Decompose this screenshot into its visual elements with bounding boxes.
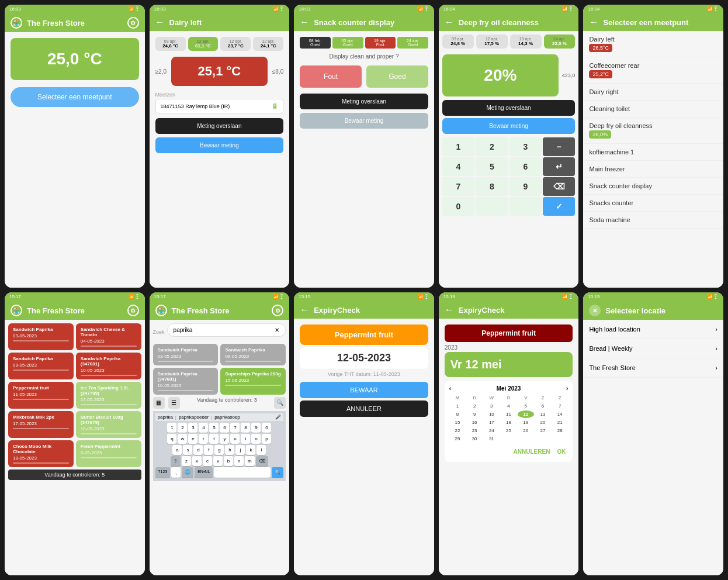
key-num-8[interactable]: 8 <box>241 423 250 433</box>
key-minus[interactable]: − <box>543 137 575 156</box>
day-11[interactable]: 11 <box>500 410 516 418</box>
day-16[interactable]: 16 <box>466 419 483 426</box>
back-icon-8[interactable]: ← <box>300 305 309 315</box>
key-5[interactable]: 5 <box>476 157 508 176</box>
day-25[interactable]: 25 <box>500 427 516 434</box>
dfry-chip-2[interactable]: 19 apr. 14,3 % <box>510 34 542 49</box>
key-0[interactable]: 0 <box>442 197 474 216</box>
day-13[interactable]: 13 <box>535 410 551 418</box>
result-2[interactable]: Sandwich Paprika (347601) 10-05-2023 <box>153 368 219 395</box>
skip-button-3[interactable]: Meting overslaan <box>300 94 428 109</box>
skip-button-4[interactable]: Meting overslaan <box>442 100 576 116</box>
key-1[interactable]: 1 <box>442 137 474 156</box>
snack-chip-0[interactable]: 08 feb. Goed <box>300 37 331 49</box>
search-box[interactable]: paprika ✕ <box>167 323 286 337</box>
expiry-item-5[interactable]: Ice Tea Sparkling 1.5L (347709) 17-05-20… <box>76 382 141 409</box>
dfry-chip-3[interactable]: 24 apr. 22,0 % <box>544 34 576 49</box>
dfry-chip-1[interactable]: 12 apr. 17,5 % <box>476 34 508 49</box>
key-num-3[interactable]: 3 <box>188 423 197 433</box>
key-f[interactable]: f <box>204 445 213 455</box>
key-comma[interactable]: , <box>171 467 181 478</box>
annuleren-button[interactable]: ANNULEREN <box>514 448 550 455</box>
list-icon[interactable]: ☰ <box>168 397 180 409</box>
key-search[interactable]: 🔍 <box>272 467 283 478</box>
meetpunt-dairy-right[interactable]: Dairy right <box>583 84 723 101</box>
day-26[interactable]: 26 <box>518 427 534 434</box>
fout-button[interactable]: Fout <box>300 65 362 88</box>
meetpunt-snack-display[interactable]: Snack counter display <box>583 178 723 195</box>
key-b[interactable]: b <box>224 456 233 466</box>
key-z[interactable]: z <box>182 456 191 466</box>
back-icon-5[interactable]: ← <box>589 17 598 27</box>
date-chip-2[interactable]: 12 apr. 23,7 °C <box>220 37 251 51</box>
annuleer-button-8[interactable]: ANNULEER <box>300 401 428 417</box>
day-21[interactable]: 21 <box>552 419 568 426</box>
day-12[interactable]: 12 <box>518 410 534 418</box>
snack-chip-1[interactable]: 03 apr. Goed <box>332 37 363 49</box>
back-icon-4[interactable]: ← <box>445 17 454 27</box>
settings-icon-6[interactable]: ⚙ <box>127 305 139 316</box>
date-chip-0[interactable]: 03 apr. 24,6 °C <box>155 37 186 51</box>
key-8[interactable]: 8 <box>476 177 508 196</box>
meetpunt-deep-fry[interactable]: Deep fry oil cleanness26,0% <box>583 118 723 144</box>
meetpunt-soda[interactable]: Soda machine <box>583 212 723 229</box>
key-y[interactable]: y <box>220 434 229 444</box>
ok-button[interactable]: OK <box>557 448 566 455</box>
key-space[interactable] <box>214 467 271 478</box>
key-6[interactable]: 6 <box>509 157 542 176</box>
result-3[interactable]: Superchips Paprika 200g 15-06-2023 <box>220 368 286 395</box>
day-17[interactable]: 17 <box>483 419 500 426</box>
day-6[interactable]: 6 <box>535 402 551 410</box>
key-l[interactable]: l <box>256 445 266 455</box>
key-k[interactable]: k <box>246 445 255 455</box>
day-30[interactable]: 30 <box>466 435 483 443</box>
save-button-4[interactable]: Bewaar meting <box>442 118 576 134</box>
key-t[interactable]: t <box>209 434 219 444</box>
expiry-item-1[interactable]: Sandwich Cheese & Tomato 04-05-2023 <box>76 323 141 350</box>
bewaar-button-8[interactable]: BEWAAR <box>300 382 428 398</box>
key-c[interactable]: c <box>203 456 212 466</box>
day-3[interactable]: 3 <box>483 402 500 410</box>
key-num-2[interactable]: 2 <box>178 423 187 433</box>
day-1[interactable]: 1 <box>449 402 466 410</box>
search-icon-small[interactable]: 🔍 <box>274 397 286 409</box>
day-31[interactable]: 31 <box>483 435 500 443</box>
key-h[interactable]: h <box>225 445 234 455</box>
key-del[interactable]: ⌫ <box>256 456 268 466</box>
key-r[interactable]: r <box>199 434 208 444</box>
key-num-4[interactable]: 4 <box>199 423 208 433</box>
next-month-icon[interactable]: › <box>566 385 568 392</box>
key-num-6[interactable]: 6 <box>220 423 229 433</box>
key-n[interactable]: n <box>234 456 244 466</box>
location-item-2[interactable]: The Fresh Store › <box>583 358 723 378</box>
day-27[interactable]: 27 <box>535 427 551 434</box>
day-15[interactable]: 15 <box>449 419 466 426</box>
mic-icon[interactable]: 🎤 <box>275 415 281 420</box>
meetpunt-koffie[interactable]: koffiemachine 1 <box>583 144 723 161</box>
key-j[interactable]: j <box>235 445 245 455</box>
day-22[interactable]: 22 <box>449 427 466 434</box>
key-e[interactable]: e <box>188 434 197 444</box>
key-s[interactable]: s <box>183 445 192 455</box>
expiry-item-2[interactable]: Sandwich Paprika 09-05-2023 <box>8 353 74 379</box>
key-num-7[interactable]: 7 <box>230 423 240 433</box>
key-globe[interactable]: 🌐 <box>182 467 193 478</box>
key-shift[interactable]: ⇧ <box>171 456 181 466</box>
expiry-item-7[interactable]: Butter Biscuit 100g (347679) 18-05-2023 <box>76 411 141 438</box>
day-5[interactable]: 5 <box>518 402 534 410</box>
day-8[interactable]: 8 <box>449 410 466 418</box>
key-v[interactable]: v <box>213 456 223 466</box>
key-4[interactable]: 4 <box>442 157 474 176</box>
close-icon-10[interactable]: ✕ <box>589 305 601 316</box>
key-o[interactable]: o <box>251 434 261 444</box>
key-7[interactable]: 7 <box>442 177 474 196</box>
dfry-chip-0[interactable]: 03 apr. 24,6 % <box>442 34 474 49</box>
key-num-0[interactable]: 0 <box>262 423 271 433</box>
back-icon[interactable]: ← <box>155 17 165 27</box>
key-123[interactable]: ?123 <box>155 467 171 478</box>
location-item-1[interactable]: Bread | Weekly › <box>583 339 723 358</box>
prev-month-icon[interactable]: ‹ <box>449 385 451 392</box>
expiry-item-4[interactable]: Peppermint fruit 11-05-2023 <box>8 382 74 409</box>
day-4[interactable]: 4 <box>500 402 516 410</box>
goed-button[interactable]: Goed <box>366 65 428 88</box>
